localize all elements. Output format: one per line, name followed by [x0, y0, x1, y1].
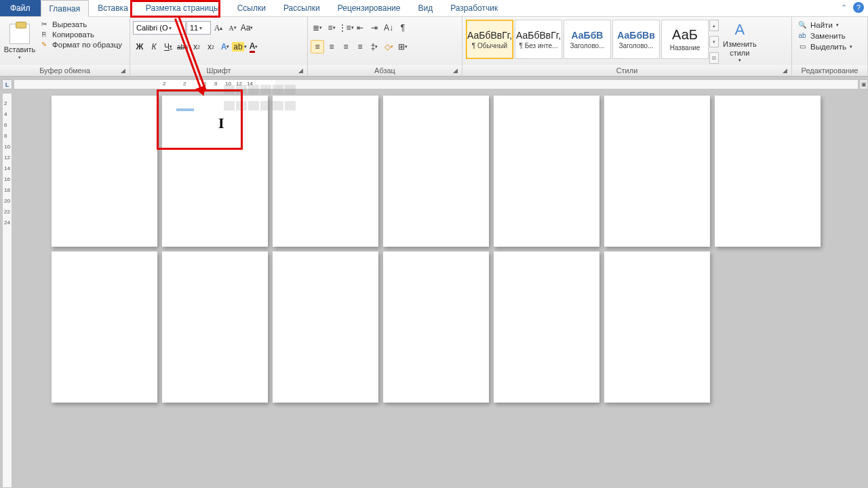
align-center-button[interactable]: ≡ [325, 40, 338, 54]
font-name-combo[interactable]: Calibri (О▾ [133, 21, 186, 35]
font-color-button[interactable]: A▾ [247, 40, 260, 54]
multilevel-button[interactable]: ⋮≡▾ [339, 21, 353, 35]
increase-indent-button[interactable]: ⇥ [368, 21, 381, 35]
pages-container [52, 96, 825, 403]
replace-icon: ab [797, 31, 807, 40]
group-styles: АаБбВвГг,¶ Обычный АаБбВвГг,¶ Без инте..… [462, 17, 792, 76]
style-normal[interactable]: АаБбВвГг,¶ Обычный [466, 20, 513, 59]
numbering-button[interactable]: ≡▾ [325, 21, 338, 35]
underline-button[interactable]: Ч▾ [161, 40, 175, 54]
minimize-ribbon-icon[interactable]: ⌃ [838, 2, 849, 13]
group-editing: 🔍Найти▾ abЗаменить ▭Выделить▾ Редактиров… [792, 17, 868, 76]
align-right-button[interactable]: ≡ [339, 40, 353, 54]
tab-file[interactable]: Файл [0, 0, 41, 16]
change-styles-icon: A [730, 20, 750, 39]
text-effects-button[interactable]: A▾ [218, 40, 232, 54]
style-heading2[interactable]: АаБбВвЗаголово... [612, 20, 660, 59]
vertical-ruler[interactable]: 2 4 6 8 10 12 14 16 18 20 22 24 [2, 93, 12, 488]
page-thumbnail[interactable] [162, 96, 268, 247]
tab-selector[interactable]: L [2, 79, 12, 89]
page-thumbnail[interactable] [52, 251, 157, 403]
tab-page-layout[interactable]: Разметка страницы [137, 0, 229, 16]
page-thumbnail[interactable] [604, 251, 710, 403]
page-thumbnail[interactable] [494, 251, 599, 403]
cut-button[interactable]: ✂Вырезать [39, 20, 122, 28]
style-heading1[interactable]: АаБбВЗаголово... [564, 20, 611, 59]
shading-button[interactable]: ◇▾ [382, 40, 395, 54]
page-thumbnail[interactable] [383, 251, 489, 403]
ruler-toggle[interactable]: ▣ [859, 79, 868, 89]
scissors-icon: ✂ [39, 20, 49, 28]
document-workspace: L 2 2 6 8 10 12 14 ▣ 2 4 6 8 10 12 14 16… [0, 77, 868, 488]
brush-icon: ✎ [39, 40, 49, 49]
align-left-button[interactable]: ≡ [311, 40, 324, 54]
group-label-editing: Редактирование [792, 65, 867, 76]
page-thumbnail[interactable] [715, 96, 821, 247]
group-paragraph: ≣▾ ≡▾ ⋮≡▾ ⇤ ⇥ A↓ ¶ ≡ ≡ ≡ ≡ ‡▾ ◇▾ ⊞▾ Абза… [308, 17, 462, 76]
subscript-button[interactable]: x2 [190, 40, 203, 54]
style-gallery-scroll[interactable]: ▴▾⊟ [709, 20, 719, 64]
ribbon: Вставить ▾ ✂Вырезать ⎘Копировать ✎Формат… [0, 17, 868, 77]
copy-button[interactable]: ⎘Копировать [39, 30, 122, 39]
copy-icon: ⎘ [39, 30, 49, 39]
horizontal-ruler[interactable]: 2 2 6 8 10 12 14 [14, 79, 859, 89]
bold-button[interactable]: Ж [133, 40, 146, 54]
change-case-button[interactable]: Aa▾ [240, 21, 254, 35]
tab-home[interactable]: Главная [41, 0, 90, 17]
group-font: Calibri (О▾ 11▾ A▴ A▾ Aa▾ Ж К Ч▾ abc x2 … [130, 17, 308, 76]
clipboard-launcher[interactable]: ◢ [121, 67, 128, 75]
tab-insert[interactable]: Вставка [89, 0, 137, 16]
shrink-font-button[interactable]: A▾ [226, 21, 239, 35]
strike-button[interactable]: abc [176, 40, 189, 54]
page-thumbnail[interactable] [52, 96, 157, 247]
group-label-font: Шрифт [130, 65, 307, 76]
page-thumbnail[interactable] [273, 96, 378, 247]
bullets-button[interactable]: ≣▾ [311, 21, 324, 35]
sort-button[interactable]: A↓ [382, 21, 395, 35]
select-button[interactable]: ▭Выделить▾ [797, 42, 852, 51]
style-title[interactable]: АаБНазвание [661, 20, 709, 59]
styles-launcher[interactable]: ◢ [783, 67, 790, 75]
page-thumbnail[interactable] [162, 251, 268, 403]
italic-button[interactable]: К [147, 40, 161, 54]
tab-references[interactable]: Ссылки [229, 0, 275, 16]
highlight-button[interactable]: ab▾ [233, 40, 246, 54]
find-icon: 🔍 [797, 20, 807, 29]
format-painter-button[interactable]: ✎Формат по образцу [39, 40, 122, 49]
group-label-clipboard: Буфер обмена [0, 65, 130, 76]
paste-button[interactable]: Вставить [4, 45, 36, 54]
text-selection [176, 108, 194, 111]
mini-toolbar-ghost [224, 85, 296, 94]
page-thumbnail[interactable] [604, 96, 710, 247]
decrease-indent-button[interactable]: ⇤ [353, 21, 367, 35]
superscript-button[interactable]: x2 [204, 40, 218, 54]
replace-button[interactable]: abЗаменить [797, 31, 852, 40]
find-button[interactable]: 🔍Найти▾ [797, 20, 852, 29]
page-thumbnail[interactable] [273, 251, 378, 403]
borders-button[interactable]: ⊞▾ [396, 40, 410, 54]
tab-developer[interactable]: Разработчик [441, 0, 507, 16]
change-styles-button[interactable]: A Изменитьстили▾ [719, 18, 761, 65]
justify-button[interactable]: ≡ [353, 40, 367, 54]
group-label-styles: Стили [462, 65, 791, 76]
mini-toolbar-ghost [224, 101, 296, 110]
tab-review[interactable]: Рецензирование [329, 0, 410, 16]
select-icon: ▭ [797, 42, 807, 51]
tab-mailings[interactable]: Рассылки [275, 0, 329, 16]
tab-view[interactable]: Вид [409, 0, 441, 16]
page-thumbnail[interactable] [383, 96, 489, 247]
paste-icon [9, 24, 30, 44]
paragraph-launcher[interactable]: ◢ [453, 67, 460, 75]
style-no-spacing[interactable]: АаБбВвГг,¶ Без инте... [515, 20, 562, 59]
text-cursor-icon: I [218, 115, 224, 132]
group-label-paragraph: Абзац [308, 65, 462, 76]
group-clipboard: Вставить ▾ ✂Вырезать ⎘Копировать ✎Формат… [0, 17, 130, 76]
line-spacing-button[interactable]: ‡▾ [368, 40, 381, 54]
page-thumbnail[interactable] [494, 96, 599, 247]
ribbon-tabs: Файл Главная Вставка Разметка страницы С… [0, 0, 868, 17]
font-size-combo[interactable]: 11▾ [186, 21, 211, 35]
grow-font-button[interactable]: A▴ [212, 21, 225, 35]
font-launcher[interactable]: ◢ [298, 67, 306, 75]
help-icon[interactable]: ? [853, 2, 864, 13]
show-marks-button[interactable]: ¶ [396, 21, 410, 35]
